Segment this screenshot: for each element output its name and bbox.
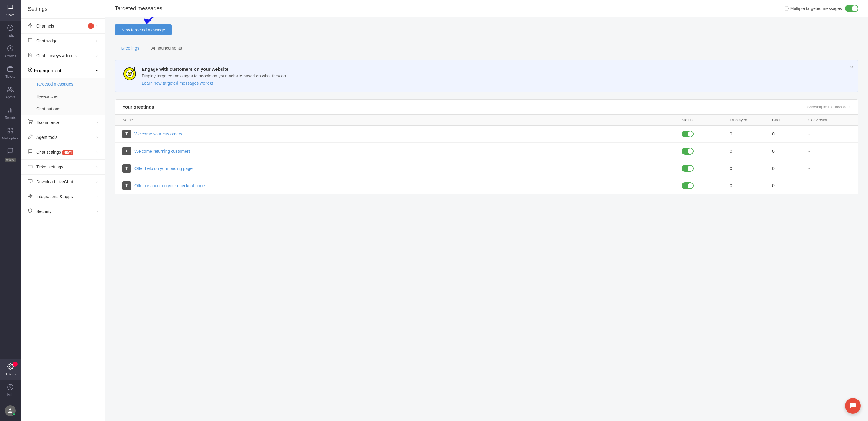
greetings-section: Your greetings Showing last 7 days data … [115, 99, 858, 194]
integrations-label: Integrations & apps [36, 194, 73, 199]
security-icon [28, 208, 33, 214]
row-toggle-3[interactable] [682, 165, 693, 172]
col-displayed: Displayed [730, 118, 772, 122]
svg-rect-16 [28, 38, 32, 42]
t-badge-1: T [122, 130, 131, 138]
row-displayed-1: 0 [730, 131, 772, 137]
close-banner-button[interactable]: × [850, 64, 853, 70]
row-link-4[interactable]: Offer discount on your checkout page [134, 183, 205, 188]
svg-point-3 [8, 87, 10, 89]
tickets-icon [7, 66, 13, 74]
engagement-sub-items: Targeted messages Eye-catcher Chat butto… [21, 78, 105, 115]
sidebar-item-channels[interactable]: Channels ! › [21, 19, 105, 34]
info-icon[interactable]: i [784, 6, 788, 11]
svg-rect-10 [8, 131, 10, 133]
banner-link[interactable]: Learn how targeted messages work [142, 81, 287, 86]
settings-sidebar: Settings Channels ! › [21, 0, 105, 421]
row-toggle-2[interactable] [682, 148, 693, 155]
sidebar-item-ticket-settings[interactable]: Ticket settings › [21, 160, 105, 175]
channels-left: Channels [28, 23, 54, 29]
ecommerce-label: Ecommerce [36, 120, 59, 125]
nav-item-tickets[interactable]: Tickets [0, 62, 21, 82]
nav-item-notifications[interactable]: 9 days [0, 144, 21, 166]
multiple-targeted-toggle[interactable] [845, 5, 858, 12]
chat-fab-button[interactable] [845, 398, 861, 414]
reports-icon [7, 107, 13, 115]
row-displayed-3: 0 [730, 166, 772, 171]
col-chats: Chats [772, 118, 808, 122]
svg-rect-9 [11, 131, 13, 133]
svg-point-20 [30, 69, 31, 70]
nav-label-marketplace: Marketplace [2, 137, 19, 140]
nav-item-marketplace[interactable]: Marketplace [0, 123, 21, 144]
nav-item-help[interactable]: Help [0, 380, 21, 400]
online-indicator [12, 413, 16, 416]
chat-widget-label: Chat widget [36, 38, 59, 43]
sidebar-item-chat-widget[interactable]: Chat widget › [21, 34, 105, 49]
row-chats-1: 0 [772, 131, 808, 137]
banner-link-text: Learn how targeted messages work [142, 81, 209, 86]
row-name-1: T Welcome your customers [122, 130, 682, 138]
tab-announcements[interactable]: Announcements [145, 43, 188, 54]
chat-settings-chevron: › [96, 150, 98, 154]
agent-tools-left: Agent tools [28, 134, 57, 140]
download-livechat-chevron: › [96, 180, 98, 184]
info-banner: Engage with customers on your website Di… [115, 60, 858, 92]
row-conversion-4: - [808, 183, 851, 188]
nav-item-avatar[interactable] [0, 400, 21, 421]
security-left: Security [28, 208, 52, 214]
sidebar-item-integrations[interactable]: Integrations & apps › [21, 189, 105, 204]
table-row: T Offer discount on your checkout page 0… [115, 177, 858, 194]
tab-greetings[interactable]: Greetings [115, 43, 145, 54]
svg-marker-15 [28, 23, 32, 27]
marketplace-icon [7, 127, 13, 136]
chat-settings-label: Chat settings NEW! [36, 150, 73, 155]
table-row: T Welcome your customers 0 0 - [115, 125, 858, 143]
row-chats-2: 0 [772, 149, 808, 154]
nav-label-settings: Settings [5, 372, 16, 376]
channels-chevron: › [96, 24, 98, 28]
sidebar-item-targeted-messages[interactable]: Targeted messages [21, 78, 105, 90]
multiple-targeted-text: Multiple targeted messages [790, 6, 842, 11]
row-link-1[interactable]: Welcome your customers [134, 131, 182, 137]
chat-widget-icon [28, 38, 33, 44]
sidebar-item-security[interactable]: Security › [21, 204, 105, 219]
row-toggle-1[interactable] [682, 131, 693, 137]
engagement-chevron: › [94, 69, 99, 71]
row-name-2: T Welcome returning customers [122, 147, 682, 155]
sidebar-item-ecommerce[interactable]: Ecommerce › [21, 115, 105, 130]
nav-item-chats[interactable]: Chats [0, 0, 21, 21]
greetings-title: Your greetings [122, 104, 154, 110]
sidebar-item-download-livechat[interactable]: Download LiveChat › [21, 175, 105, 189]
sidebar-item-chat-settings[interactable]: Chat settings NEW! › [21, 145, 105, 160]
chat-fab-icon [849, 402, 857, 410]
row-chats-3: 0 [772, 166, 808, 171]
agent-tools-icon [28, 134, 33, 140]
sidebar-item-agent-tools[interactable]: Agent tools › [21, 130, 105, 145]
engagement-left: Engagement [28, 67, 61, 73]
nav-item-traffic[interactable]: Traffic [0, 21, 21, 41]
channels-label: Channels [36, 24, 54, 28]
sidebar-item-eye-catcher[interactable]: Eye-catcher [21, 90, 105, 103]
row-status-4 [682, 182, 730, 189]
nav-item-agents[interactable]: Agents [0, 82, 21, 103]
chat-settings-left: Chat settings NEW! [28, 149, 73, 155]
row-link-3[interactable]: Offer help on your pricing page [134, 166, 192, 171]
nav-item-archives[interactable]: Archives [0, 41, 21, 62]
nav-item-settings[interactable]: 1 Settings [0, 359, 21, 380]
ecommerce-left: Ecommerce [28, 119, 59, 125]
row-link-2[interactable]: Welcome returning customers [134, 149, 191, 154]
table-header: Name Status Displayed Chats Conversion [115, 115, 858, 125]
sidebar-item-chat-surveys[interactable]: Chat surveys & forms › [21, 49, 105, 63]
new-targeted-message-button[interactable]: New targeted message [115, 25, 172, 35]
nav-label-chats: Chats [6, 13, 14, 17]
tabs: Greetings Announcements [115, 43, 858, 54]
banner-text: Engage with customers on your website Di… [142, 66, 287, 86]
settings-badge: 1 [13, 362, 18, 366]
sidebar-item-chat-buttons[interactable]: Chat buttons [21, 103, 105, 115]
row-toggle-4[interactable] [682, 182, 693, 189]
traffic-icon [7, 25, 13, 33]
engagement-header[interactable]: Engagement › [21, 63, 105, 78]
channels-icon [28, 23, 33, 29]
nav-item-reports[interactable]: Reports [0, 103, 21, 123]
